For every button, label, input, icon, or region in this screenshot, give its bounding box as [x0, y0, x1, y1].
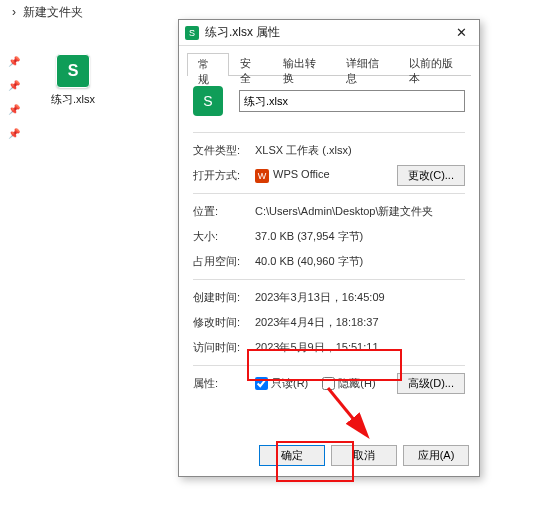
modified-label: 修改时间:: [193, 315, 255, 330]
title-bar[interactable]: 练习.xlsx 属性 ✕: [179, 20, 479, 46]
spreadsheet-icon: [56, 54, 90, 88]
spreadsheet-icon: [193, 86, 223, 116]
divider: [193, 132, 465, 133]
pin-icon: 📌: [8, 128, 20, 139]
breadcrumb-folder[interactable]: 新建文件夹: [23, 5, 83, 19]
file-item[interactable]: 练习.xlsx: [38, 54, 108, 107]
divider: [193, 279, 465, 280]
change-button[interactable]: 更改(C)...: [397, 165, 465, 186]
pin-icon: 📌: [8, 104, 20, 115]
breadcrumb-sep: ›: [12, 5, 16, 19]
accessed-value: 2023年5月9日，15:51:11: [255, 340, 465, 355]
openwith-text: WPS Office: [273, 168, 330, 180]
dialog-footer: 确定 取消 应用(A): [259, 445, 469, 466]
hidden-checkbox[interactable]: [322, 377, 335, 390]
pin-icon: 📌: [8, 80, 20, 91]
dialog-body: 文件类型: XLSX 工作表 (.xlsx) 打开方式: WPS Office …: [179, 76, 479, 391]
created-label: 创建时间:: [193, 290, 255, 305]
pin-icon: 📌: [8, 56, 20, 67]
location-label: 位置:: [193, 204, 255, 219]
dialog-title: 练习.xlsx 属性: [205, 24, 449, 41]
tab-security[interactable]: 安全: [229, 52, 271, 75]
apply-button[interactable]: 应用(A): [403, 445, 469, 466]
close-button[interactable]: ✕: [449, 23, 473, 43]
filetype-label: 文件类型:: [193, 143, 255, 158]
divider: [193, 365, 465, 366]
sizedisk-label: 占用空间:: [193, 254, 255, 269]
size-label: 大小:: [193, 229, 255, 244]
divider: [193, 193, 465, 194]
location-value: C:\Users\Admin\Desktop\新建文件夹: [255, 204, 465, 219]
tab-output[interactable]: 输出转换: [272, 52, 335, 75]
file-name: 练习.xlsx: [38, 92, 108, 107]
attr-label: 属性:: [193, 376, 255, 391]
modified-value: 2023年4月4日，18:18:37: [255, 315, 465, 330]
cancel-button[interactable]: 取消: [331, 445, 397, 466]
hidden-label[interactable]: 隐藏(H): [338, 376, 375, 391]
filetype-value: XLSX 工作表 (.xlsx): [255, 143, 465, 158]
tab-details[interactable]: 详细信息: [335, 52, 398, 75]
ok-button[interactable]: 确定: [259, 445, 325, 466]
filename-input[interactable]: [239, 90, 465, 112]
sizedisk-value: 40.0 KB (40,960 字节): [255, 254, 465, 269]
tab-previous[interactable]: 以前的版本: [398, 52, 471, 75]
spreadsheet-icon: [185, 26, 199, 40]
openwith-label: 打开方式:: [193, 168, 255, 183]
breadcrumb[interactable]: › 新建文件夹: [10, 4, 85, 21]
properties-dialog: 练习.xlsx 属性 ✕ 常规 安全 输出转换 详细信息 以前的版本 文件类型:…: [178, 19, 480, 477]
tab-general[interactable]: 常规: [187, 53, 229, 76]
accessed-label: 访问时间:: [193, 340, 255, 355]
advanced-button[interactable]: 高级(D)...: [397, 373, 465, 394]
readonly-checkbox[interactable]: [255, 377, 268, 390]
created-value: 2023年3月13日，16:45:09: [255, 290, 465, 305]
size-value: 37.0 KB (37,954 字节): [255, 229, 465, 244]
wps-icon: [255, 169, 269, 183]
tab-strip: 常规 安全 输出转换 详细信息 以前的版本: [187, 52, 471, 76]
readonly-label[interactable]: 只读(R): [271, 376, 308, 391]
